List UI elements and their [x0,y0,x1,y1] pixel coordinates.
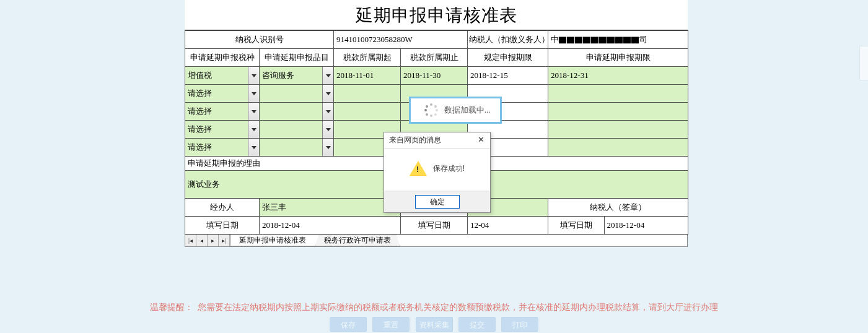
warning-icon [410,161,427,176]
submit-button[interactable]: 提交 [458,317,496,332]
sheet-tab-bar: |◂ ◂ ▸ ▸| 延期申报申请核准表 税务行政许可申请表 [185,235,688,247]
date-label-2: 填写日期 [401,217,468,235]
ok-button[interactable]: 确定 [415,195,460,209]
chevron-down-icon [248,85,259,102]
chevron-down-icon [322,121,333,138]
period-end-cell[interactable]: 2018-11-30 [401,67,468,85]
ext-cell[interactable] [548,85,688,103]
item-select[interactable] [260,85,334,103]
close-icon[interactable]: ✕ [475,136,486,145]
handler-label: 经办人 [185,199,260,217]
date-label-1: 填写日期 [185,217,260,235]
dialog-message: 保存成功! [433,163,465,174]
sheet-tab-inactive[interactable]: 税务行政许可申请表 [315,235,400,246]
tax-type-select[interactable]: 请选择 [185,121,260,139]
tax-type-select[interactable]: 增值税 [185,67,260,85]
date-cell-3: 填写日期 2018-12-04 [548,217,688,235]
sheet-nav-buttons: |◂ ◂ ▸ ▸| [185,235,230,246]
dialog-footer: 确定 [384,191,490,212]
col-period-end: 税款所属期止 [401,49,468,67]
period-start-cell[interactable] [334,103,401,121]
chevron-down-icon [248,139,259,156]
col-tax-type: 申请延期申报税种 [185,49,260,67]
item-select[interactable] [260,103,334,121]
taxpayer-name-label: 纳税人（扣缴义务人）名称 [468,31,548,49]
loading-text: 数据加载中... [444,105,491,116]
col-due: 规定申报期限 [468,49,548,67]
item-select[interactable] [260,121,334,139]
dialog-body: 保存成功! [384,149,490,191]
table-row: 增值税 咨询服务 2018-11-01 2018-11-30 2018-12-1… [185,67,688,85]
taxpayer-id-label: 纳税人识别号 [185,31,334,49]
period-start-cell[interactable]: 2018-11-01 [334,67,401,85]
item-select[interactable] [260,139,334,157]
date-value-3: 2018-12-04 [604,217,688,234]
alert-dialog: 来自网页的消息 ✕ 保存成功! 确定 [384,132,491,213]
sheet-nav-prev[interactable]: ◂ [196,235,208,246]
tax-type-select[interactable]: 请选择 [185,103,260,121]
handler-value[interactable]: 张三丰 [260,199,401,217]
form-title: 延期申报申请核准表 [185,0,688,30]
footer-button-row: 保存 重置 资料采集 提交 打印 [0,317,868,332]
ext-cell[interactable]: 2018-12-31 [548,67,688,85]
chevron-down-icon [248,121,259,138]
chevron-down-icon [322,103,333,120]
chevron-down-icon [322,139,333,156]
collect-button[interactable]: 资料采集 [416,317,453,332]
sheet-nav-first[interactable]: |◂ [185,235,196,246]
header-row-1: 纳税人识别号 91410100723058280W 纳税人（扣缴义务人）名称 中… [185,31,688,49]
spinner-icon [424,103,438,117]
dialog-title-text: 来自网页的消息 [389,135,441,145]
due-cell: 2018-12-15 [468,67,548,85]
chevron-down-icon [322,85,333,102]
signer-label: 纳税人（签章） [548,199,688,217]
hint-line: 温馨提醒： 您需要在法定纳税期内按照上期实际缴纳的税额或者税务机关核定的数额预缴… [0,302,868,313]
date-label-3: 填写日期 [548,217,604,234]
ext-cell[interactable] [548,139,688,157]
item-select[interactable]: 咨询服务 [260,67,334,85]
date-value-1: 2018-12-04 [260,217,401,235]
chevron-down-icon [248,67,259,84]
chevron-down-icon [248,103,259,120]
sheet-tab-active[interactable]: 延期申报申请核准表 [230,235,315,246]
chevron-down-icon [322,67,333,84]
col-period-start: 税款所属期起 [334,49,401,67]
period-start-cell[interactable] [334,85,401,103]
reset-button[interactable]: 重置 [372,317,410,332]
dialog-titlebar: 来自网页的消息 ✕ [384,132,490,149]
taxpayer-id-value: 91410100723058280W [334,31,468,49]
column-header-row: 申请延期申报税种 申请延期申报品目 税款所属期起 税款所属期止 规定申报期限 申… [185,49,688,67]
loading-indicator: 数据加载中... [409,97,502,124]
save-button[interactable]: 保存 [330,317,367,332]
sheet-nav-last[interactable]: ▸| [219,235,230,246]
taxpayer-name-value: 中▇▇▇▇▇▇▇▇▇▇司 [548,31,688,49]
hint-text: 您需要在法定纳税期内按照上期实际缴纳的税额或者税务机关核定的数额预缴税款，并在核… [198,303,718,312]
ext-cell[interactable] [548,121,688,139]
tax-type-select[interactable]: 请选择 [185,139,260,157]
tax-type-select[interactable]: 请选择 [185,85,260,103]
hint-label: 温馨提醒： [150,303,193,312]
footer-row-2: 填写日期 2018-12-04 填写日期 12-04 填写日期 2018-12-… [185,217,688,235]
ext-cell[interactable] [548,103,688,121]
col-ext: 申请延期申报期限 [548,49,688,67]
date-value-2: 12-04 [468,217,548,235]
side-handle[interactable] [859,46,868,80]
print-button[interactable]: 打印 [501,317,538,332]
col-item: 申请延期申报品目 [260,49,334,67]
sheet-nav-next[interactable]: ▸ [208,235,219,246]
